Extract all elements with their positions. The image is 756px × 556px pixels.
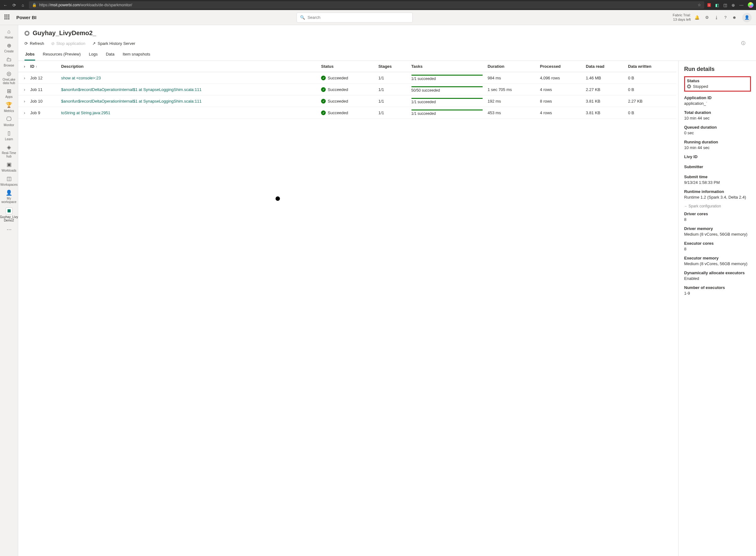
help-icon[interactable]: ? <box>724 15 726 20</box>
tab-jobs[interactable]: Jobs <box>25 49 35 61</box>
queued-label: Queued duration <box>684 125 751 130</box>
nav-browse[interactable]: 🗀Browse <box>0 55 18 69</box>
job-description-link[interactable]: show at <console>:23 <box>61 76 101 80</box>
expand-row-icon[interactable]: › <box>24 76 25 80</box>
search-input[interactable]: 🔍 Search <box>297 12 413 23</box>
tab-snapshots[interactable]: Item snapshots <box>122 49 151 61</box>
num-exec-label: Number of executors <box>684 285 751 290</box>
job-description-link[interactable]: $anonfun$recordDeltaOperationInternal$1 … <box>61 99 202 104</box>
stopped-ring-icon <box>687 84 691 89</box>
nav-current-item[interactable]: Guyhay_Livy Demo2 <box>0 206 18 224</box>
cursor-indicator <box>276 197 280 201</box>
nav-realtime[interactable]: ◈Real-Time hub <box>0 143 18 160</box>
nav-apps[interactable]: ⊞Apps <box>0 86 18 101</box>
spark-history-button[interactable]: ↗Spark History Server <box>92 41 135 46</box>
nav-metrics[interactable]: 🏆Metrics <box>0 100 18 114</box>
expand-row-icon[interactable]: › <box>24 87 25 92</box>
table-row[interactable]: ›Job 10$anonfun$recordDeltaOperationInte… <box>18 95 676 107</box>
refresh-button[interactable]: ⟳Refresh <box>25 41 44 46</box>
spark-config-link[interactable]: Spark configuration <box>684 204 751 208</box>
submit-time-value: 9/13/24 1:58:33 PM <box>684 180 751 185</box>
table-row[interactable]: ›Job 12show at <console>:23✓Succeeded1/1… <box>18 72 676 84</box>
col-data-read[interactable]: Data read <box>583 61 626 72</box>
nav-onelake[interactable]: ◎OneLake data hub <box>0 69 18 86</box>
col-status[interactable]: Status <box>318 61 376 72</box>
settings-icon[interactable]: ⚙ <box>705 15 709 20</box>
nav-learn[interactable]: ▯Learn <box>0 129 18 143</box>
col-duration[interactable]: Duration <box>485 61 538 72</box>
cell-processed: 8 rows <box>538 95 583 107</box>
cell-id: Job 9 <box>28 107 58 118</box>
running-value: 10 min 44 sec <box>684 145 751 150</box>
cell-status: ✓Succeeded <box>321 110 373 115</box>
monitor-icon: 🖵 <box>6 116 11 123</box>
nav-monitor[interactable]: 🖵Monitor <box>0 114 18 129</box>
cell-duration: 453 ms <box>485 107 538 118</box>
col-data-written[interactable]: Data written <box>625 61 676 72</box>
lock-icon: 🔒 <box>32 3 37 7</box>
notifications-icon[interactable]: 🔔 <box>694 15 699 20</box>
nav-more[interactable]: ⋯ <box>4 224 14 235</box>
more-browser-icon[interactable]: ⋯ <box>740 3 744 7</box>
star-icon[interactable]: ☆ <box>698 3 701 7</box>
workspaces-icon: ◫ <box>7 176 11 182</box>
runtime-label: Runtime information <box>684 189 751 194</box>
queued-value: 0 sec <box>684 131 751 135</box>
info-icon[interactable]: ⓘ <box>741 40 750 46</box>
nav-workspaces[interactable]: ◫Workspaces <box>0 174 18 188</box>
split-icon[interactable]: ◫ <box>723 3 727 7</box>
col-description[interactable]: Description <box>59 61 318 72</box>
tab-data[interactable]: Data <box>105 49 115 61</box>
table-row[interactable]: ›Job 9toString at String.java:2951✓Succe… <box>18 107 676 118</box>
nav-workloads[interactable]: ▣Workloads <box>0 160 18 174</box>
workloads-icon: ▣ <box>7 162 11 168</box>
submit-time-label: Submit time <box>684 174 751 179</box>
col-tasks[interactable]: Tasks <box>409 61 485 72</box>
extension-badge[interactable]: 1 <box>707 3 711 7</box>
expand-row-icon[interactable]: › <box>24 99 25 104</box>
job-description-link[interactable]: toString at String.java:2951 <box>61 110 110 115</box>
col-stages[interactable]: Stages <box>376 61 409 72</box>
status-value: Stopped <box>687 84 748 89</box>
exec-cores-label: Executor cores <box>684 241 751 246</box>
realtime-icon: ◈ <box>7 145 11 150</box>
expand-all-icon[interactable]: › <box>24 64 25 69</box>
submitter-label: Submitter <box>684 165 751 169</box>
status-label: Status <box>687 78 748 83</box>
table-row[interactable]: ›Job 11$anonfun$recordDeltaOperationInte… <box>18 84 676 95</box>
download-icon[interactable]: ⭳ <box>715 15 719 20</box>
back-button[interactable]: ← <box>2 2 8 8</box>
expand-row-icon[interactable]: › <box>24 110 25 115</box>
person-icon: 👤 <box>6 190 12 196</box>
jobs-table-area: › ID↑ Description Status Stages Tasks Du… <box>18 61 678 556</box>
home-browser-button[interactable]: ⌂ <box>20 2 26 8</box>
brand-label: Power BI <box>16 15 36 20</box>
person-icon: 👤 <box>745 15 749 20</box>
app-launcher-icon[interactable] <box>4 14 11 21</box>
col-id[interactable]: ID↑ <box>28 61 58 72</box>
refresh-browser-button[interactable]: ⟳ <box>11 2 17 8</box>
feedback-icon[interactable]: ☻ <box>732 15 736 20</box>
url-bar[interactable]: 🔒 https://msit.powerbi.com/workloads/de-… <box>29 1 704 9</box>
external-link-icon: ↗ <box>92 41 96 46</box>
jobs-table: › ID↑ Description Status Stages Tasks Du… <box>18 61 676 118</box>
extension-icon[interactable]: ◧ <box>715 3 719 7</box>
tab-logs[interactable]: Logs <box>88 49 98 61</box>
copilot-icon[interactable] <box>748 2 754 8</box>
cell-read: 1.46 MB <box>583 72 626 84</box>
search-placeholder: Search <box>308 15 320 20</box>
nav-home[interactable]: ⌂Home <box>0 27 18 41</box>
exec-mem-label: Executor memory <box>684 256 751 260</box>
avatar[interactable]: 👤 <box>742 13 752 22</box>
nav-create[interactable]: ⊕Create <box>0 41 18 55</box>
collections-icon[interactable]: ⊕ <box>731 3 735 7</box>
cell-duration: 1 sec 705 ms <box>485 84 538 95</box>
check-icon: ✓ <box>321 99 326 104</box>
col-processed[interactable]: Processed <box>538 61 583 72</box>
tab-resources[interactable]: Resources (Preview) <box>42 49 81 61</box>
folder-icon: 🗀 <box>6 57 11 63</box>
job-description-link[interactable]: $anonfun$recordDeltaOperationInternal$1 … <box>61 87 202 92</box>
nav-myworkspace[interactable]: 👤My workspace <box>0 188 18 206</box>
browser-extensions: 1 ◧ ◫ ⊕ ⋯ <box>707 2 754 8</box>
running-label: Running duration <box>684 140 751 144</box>
